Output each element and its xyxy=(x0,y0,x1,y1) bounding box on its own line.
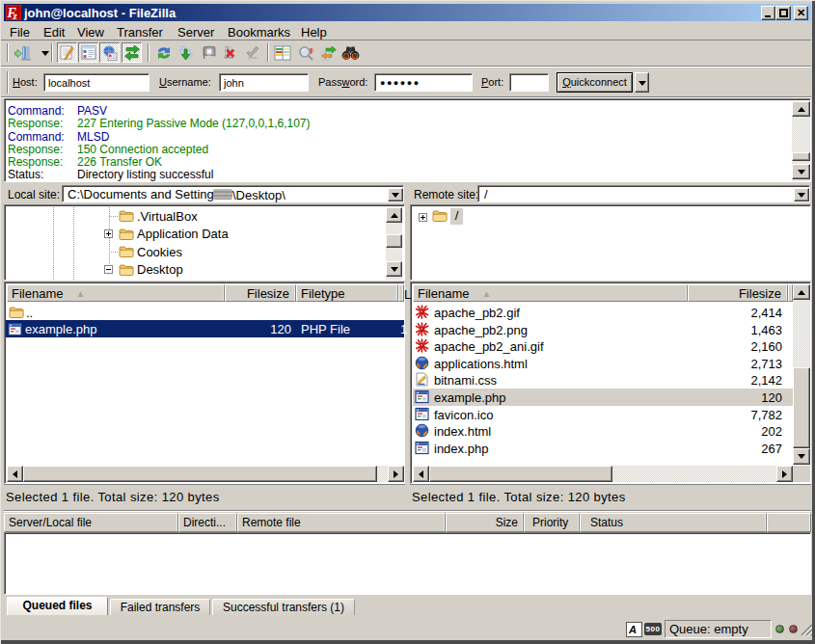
svg-text:z: z xyxy=(13,10,18,21)
